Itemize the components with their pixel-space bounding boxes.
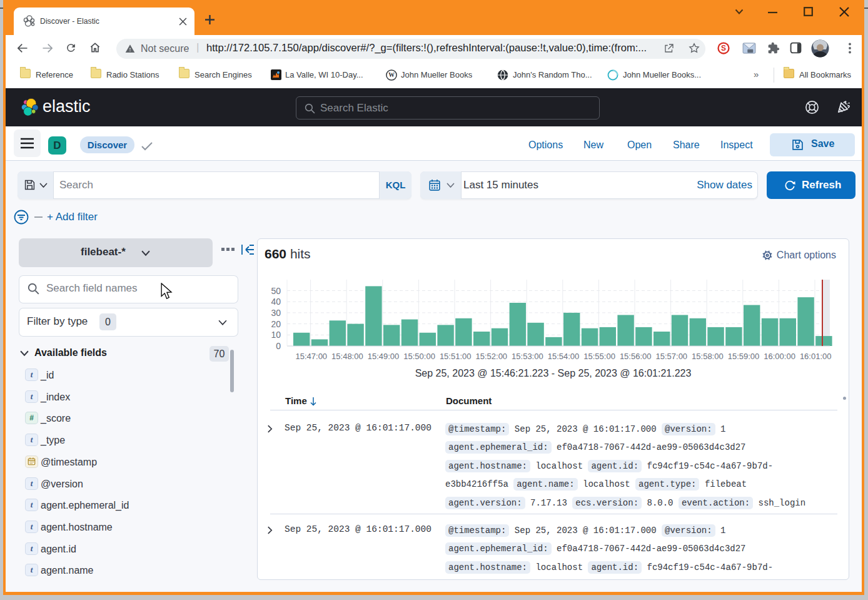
svg-text:W: W [388, 71, 395, 78]
svg-text:S: S [721, 44, 726, 53]
